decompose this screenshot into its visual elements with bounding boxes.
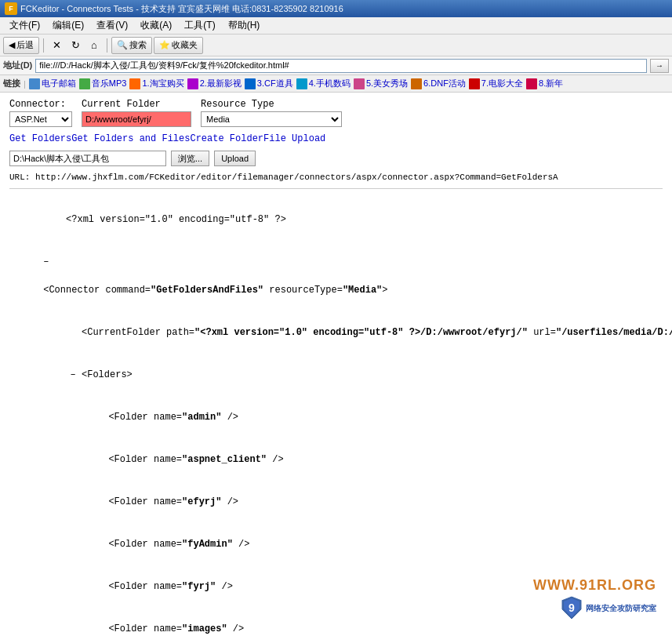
menu-file[interactable]: 文件(F) xyxy=(3,17,46,34)
watermark-shield-icon: 9 xyxy=(561,595,583,620)
window-title: FCKeditor - Connectors Tests - 技术支持 宜宾盛天… xyxy=(20,3,343,15)
dnf-icon xyxy=(411,78,422,89)
svg-text:9: 9 xyxy=(568,602,575,615)
menu-bar: 文件(F) 编辑(E) 查看(V) 收藏(A) 工具(T) 帮助(H) xyxy=(0,17,672,35)
connector-select[interactable]: ASP.NetASPPHPCFM xyxy=(9,111,72,127)
address-bar: 地址(D) → xyxy=(0,56,672,75)
taobao-icon xyxy=(129,78,140,89)
xml-folder-aspnet: <Folder name="aspnet_client" /> xyxy=(9,438,663,481)
beauty-icon xyxy=(354,78,365,89)
main-content: Connector: ASP.NetASPPHPCFM Current Fold… xyxy=(0,93,672,636)
menu-help[interactable]: 帮助(H) xyxy=(222,17,267,34)
get-folders-files-link[interactable]: Get Folders and Files xyxy=(71,133,190,144)
xml-folders-open: – <Folders> xyxy=(9,354,663,396)
url-display: URL: http://www.jhxflm.com/FCKeditor/edi… xyxy=(9,173,663,182)
current-folder-label: Current Folder xyxy=(82,99,191,110)
connector-label: Connector: xyxy=(9,99,72,110)
upload-button[interactable]: Upload xyxy=(214,151,256,166)
app-icon: F xyxy=(5,2,17,15)
link-taobao[interactable]: 1.淘宝购买 xyxy=(129,78,183,89)
upload-file-input[interactable] xyxy=(9,151,166,166)
menu-favorites[interactable]: 收藏(A) xyxy=(134,17,178,34)
star-icon: ⭐ xyxy=(159,40,170,50)
link-email[interactable]: 电子邮箱 xyxy=(29,78,76,89)
menu-edit[interactable]: 编辑(E) xyxy=(46,17,90,34)
toolbar: ◀ 后退 ✕ ↻ ⌂ 🔍 搜索 ⭐ 收藏夹 xyxy=(0,35,672,56)
favorites-button[interactable]: ⭐ 收藏夹 xyxy=(154,37,203,54)
get-folders-link[interactable]: Get Folders xyxy=(9,133,71,144)
new-icon xyxy=(526,78,537,89)
xml-current-folder: <CurrentFolder path="<?xml version="1.0"… xyxy=(9,311,663,354)
link-dnf[interactable]: 6.DNF活动 xyxy=(411,78,466,89)
menu-tools[interactable]: 工具(T) xyxy=(178,17,221,34)
browse-button[interactable]: 浏览... xyxy=(171,151,209,166)
create-folder-link[interactable]: Create Folder xyxy=(190,133,263,144)
links-bar: 链接 | 电子邮箱 音乐MP3 1.淘宝购买 2.最新影视 3.CF道具 4.手… xyxy=(0,75,672,93)
address-input[interactable] xyxy=(35,59,647,73)
search-icon: 🔍 xyxy=(117,40,128,50)
url-prefix: URL: xyxy=(9,173,35,182)
link-film[interactable]: 7.电影大全 xyxy=(469,78,523,89)
link-movie[interactable]: 2.最新影视 xyxy=(187,78,242,89)
watermark-label: 网络安全攻防研究室 xyxy=(586,603,656,613)
xml-content: <?xml version="1.0" encoding="utf-8" ?> … xyxy=(9,195,663,636)
current-folder-group: Current Folder xyxy=(82,99,191,127)
xml-declaration: <?xml version="1.0" encoding="utf-8" ?> xyxy=(9,198,663,241)
link-cf[interactable]: 3.CF道具 xyxy=(245,78,293,89)
links-label: 链接 xyxy=(3,78,20,89)
upload-area: 浏览... Upload xyxy=(9,151,663,166)
xml-folder-efyrj: <Folder name="efyrj" /> xyxy=(9,481,663,523)
movie-icon xyxy=(187,78,198,89)
connector-group: Connector: ASP.NetASPPHPCFM xyxy=(9,99,72,127)
file-upload-link[interactable]: File Upload xyxy=(263,133,325,144)
xml-folder-admin: <Folder name="admin" /> xyxy=(9,396,663,438)
resource-type-group: Resource Type MediaFileImageFlash xyxy=(201,99,342,127)
link-phone[interactable]: 4.手机数码 xyxy=(296,78,351,89)
link-new[interactable]: 8.新年 xyxy=(526,78,563,89)
back-button[interactable]: ◀ 后退 xyxy=(3,37,39,54)
refresh-button[interactable]: ↻ xyxy=(67,37,84,54)
email-icon xyxy=(29,78,40,89)
phone-icon xyxy=(296,78,307,89)
home-button[interactable]: ⌂ xyxy=(85,37,103,54)
title-bar: F FCKeditor - Connectors Tests - 技术支持 宜宾… xyxy=(0,0,672,17)
watermark: WWW.91RL.ORG 9 网络安全攻防研究室 xyxy=(533,577,656,620)
watermark-url: WWW.91RL.ORG xyxy=(533,577,656,594)
watermark-sub: 9 网络安全攻防研究室 xyxy=(561,595,656,620)
url-value: http://www.jhxflm.com/FCKeditor/editor/f… xyxy=(35,173,558,182)
xml-folder-fyadmin: <Folder name="fyAdmin" /> xyxy=(9,523,663,565)
go-button[interactable]: → xyxy=(650,59,669,73)
back-icon: ◀ xyxy=(9,40,15,50)
stop-button[interactable]: ✕ xyxy=(48,37,65,54)
current-folder-input[interactable] xyxy=(82,111,191,127)
action-links: Get FoldersGet Folders and FilesCreate F… xyxy=(9,133,663,144)
link-music[interactable]: 音乐MP3 xyxy=(79,78,127,89)
toolbar-separator-1 xyxy=(43,38,44,53)
search-button[interactable]: 🔍 搜索 xyxy=(111,37,152,54)
resource-type-label: Resource Type xyxy=(201,99,342,110)
address-label: 地址(D) xyxy=(3,60,32,71)
form-area: Connector: ASP.NetASPPHPCFM Current Fold… xyxy=(9,99,663,127)
cf-icon xyxy=(245,78,256,89)
link-beauty[interactable]: 5.美女秀场 xyxy=(354,78,408,89)
toolbar-separator-2 xyxy=(107,38,107,53)
divider xyxy=(9,188,663,189)
film-icon xyxy=(469,78,480,89)
resource-type-select[interactable]: MediaFileImageFlash xyxy=(201,111,342,127)
music-icon xyxy=(79,78,90,89)
xml-connector-open: – <Connector command="GetFoldersAndFiles… xyxy=(9,241,663,311)
menu-view[interactable]: 查看(V) xyxy=(90,17,134,34)
